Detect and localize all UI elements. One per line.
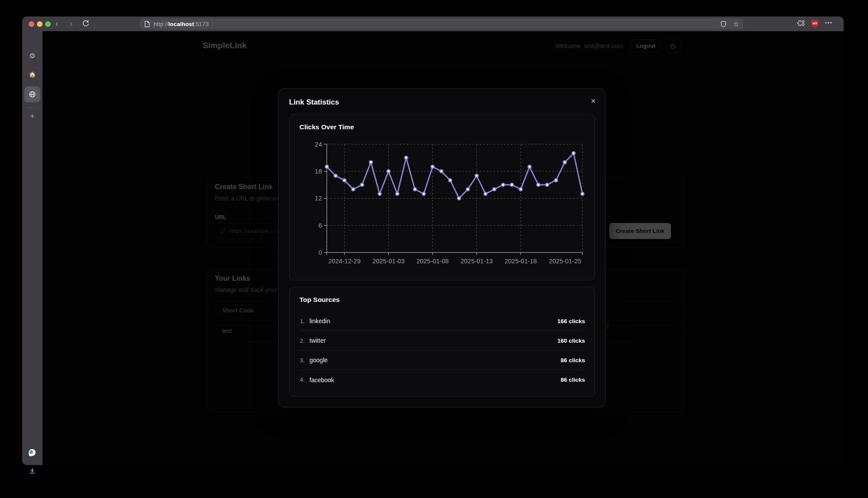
- source-row: 1.linkedin166 clicks: [300, 311, 585, 331]
- link-statistics-dialog: Link Statistics ✕ Clicks Over Time 06121…: [278, 88, 605, 407]
- source-rank: 1.: [300, 318, 309, 324]
- pinned-tab-home-icon[interactable]: 🏠: [22, 71, 43, 78]
- close-icon[interactable]: ✕: [588, 95, 599, 107]
- source-row: 4.facebook86 clicks: [300, 370, 585, 390]
- window-minimize-button[interactable]: [37, 21, 43, 27]
- svg-text:2025-01-18: 2025-01-18: [505, 258, 537, 265]
- svg-text:6: 6: [319, 222, 322, 229]
- desktop: ‹ › http://localhost:5173 ☆ uO •••: [0, 0, 868, 498]
- svg-text:2025-01-25: 2025-01-25: [549, 258, 581, 265]
- window-zoom-button[interactable]: [45, 21, 51, 27]
- address-bar[interactable]: http://localhost:5173 ☆: [140, 18, 743, 29]
- window-close-button[interactable]: [29, 21, 34, 27]
- source-rank: 4.: [300, 377, 309, 383]
- svg-text:24: 24: [315, 141, 322, 148]
- forward-button[interactable]: ›: [66, 18, 77, 29]
- bookmark-star-icon[interactable]: ☆: [733, 20, 739, 28]
- source-clicks: 86 clicks: [561, 377, 585, 383]
- source-clicks: 160 clicks: [557, 337, 585, 344]
- top-sources-card: Top Sources 1.linkedin166 clicks2.twitte…: [289, 287, 595, 396]
- source-name: linkedin: [309, 318, 330, 324]
- svg-text:2025-01-13: 2025-01-13: [460, 258, 493, 265]
- reload-button[interactable]: [82, 20, 90, 28]
- source-name: twitter: [309, 337, 326, 344]
- url-host: localhost: [168, 21, 194, 27]
- browser-toolbar: ‹ › http://localhost:5173 ☆ uO •••: [22, 16, 844, 31]
- source-rank: 3.: [300, 357, 309, 364]
- source-row: 2.twitter160 clicks: [300, 331, 585, 351]
- tab-sidebar: ⚙ 🏠 +: [22, 31, 43, 465]
- clicks-line-chart: 061218242024-12-292025-01-032025-01-0820…: [289, 138, 595, 268]
- globe-icon: [29, 91, 36, 98]
- settings-gear-icon[interactable]: ⚙: [22, 52, 43, 60]
- svg-text:2025-01-03: 2025-01-03: [372, 258, 404, 265]
- source-row: 3.google86 clicks: [300, 351, 585, 370]
- source-clicks: 86 clicks: [561, 357, 585, 364]
- back-button[interactable]: ‹: [51, 18, 62, 29]
- svg-text:18: 18: [315, 167, 322, 175]
- sources-title: Top Sources: [299, 296, 340, 304]
- ublock-badge-icon[interactable]: uO: [811, 20, 819, 27]
- downloads-icon[interactable]: [22, 467, 43, 476]
- extensions-puzzle-icon[interactable]: [797, 20, 805, 28]
- sidebar-divider: [26, 108, 39, 108]
- source-name: google: [309, 357, 328, 364]
- active-tab-globe[interactable]: [24, 86, 40, 102]
- svg-text:2025-01-08: 2025-01-08: [417, 258, 449, 265]
- source-name: facebook: [309, 377, 334, 383]
- new-tab-button[interactable]: +: [22, 112, 43, 121]
- source-clicks: 166 clicks: [557, 318, 585, 324]
- url-port: :5173: [194, 21, 209, 27]
- source-rank: 2.: [300, 337, 309, 344]
- svg-text:12: 12: [315, 194, 322, 202]
- clicks-over-time-card: Clicks Over Time 061218242024-12-292025-…: [289, 114, 595, 280]
- url-scheme: http://: [154, 21, 168, 27]
- tracking-shield-icon[interactable]: [720, 20, 727, 28]
- svg-text:2024-12-29: 2024-12-29: [329, 258, 361, 265]
- chart-title: Clicks Over Time: [299, 123, 354, 131]
- sidebar-app-logo-icon[interactable]: [29, 449, 36, 456]
- page-icon: [144, 21, 150, 27]
- overflow-menu-icon[interactable]: •••: [825, 20, 833, 25]
- sources-list: 1.linkedin166 clicks2.twitter160 clicks3…: [300, 311, 585, 390]
- svg-text:0: 0: [319, 249, 322, 256]
- dialog-title: Link Statistics: [289, 98, 339, 107]
